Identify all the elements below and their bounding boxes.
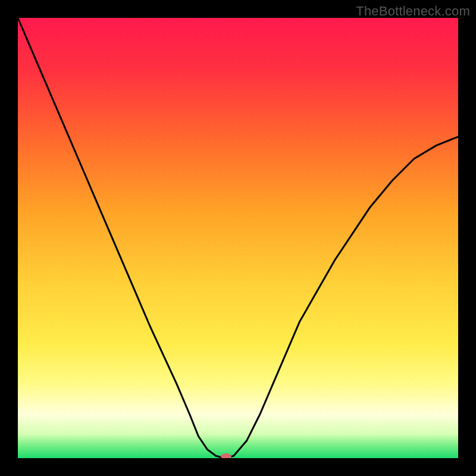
chart-background bbox=[18, 18, 458, 458]
chart-svg bbox=[18, 18, 458, 458]
plot-area bbox=[18, 18, 458, 458]
chart-frame: TheBottleneck.com bbox=[0, 0, 476, 476]
watermark-text: TheBottleneck.com bbox=[356, 4, 470, 19]
